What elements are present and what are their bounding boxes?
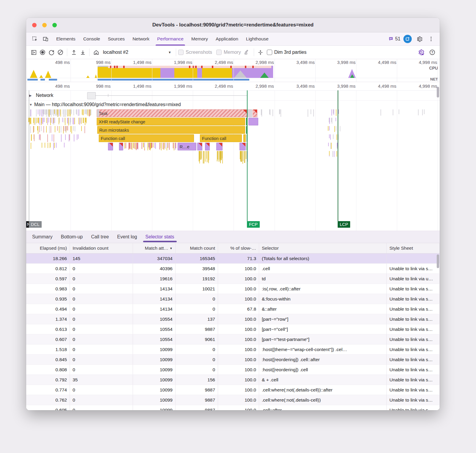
flame-bar[interactable]: [108, 143, 113, 150]
table-row[interactable]: 18.26614534703416534571.3(Totals for all…: [26, 254, 440, 264]
help-icon[interactable]: ?: [428, 48, 437, 57]
ai-assistance-icon[interactable]: [403, 35, 412, 43]
capture-settings-gear-icon[interactable]: [416, 48, 425, 57]
flame-bar[interactable]: [248, 118, 258, 125]
collapse-tracks-icon[interactable]: [256, 48, 265, 57]
flame-bar[interactable]: [197, 143, 203, 150]
download-profile-icon[interactable]: [78, 48, 87, 57]
flame-bar-xhr-readystate-change[interactable]: XHR readyState change: [97, 118, 245, 125]
cell-match-att-: 10099: [133, 385, 176, 395]
table-row[interactable]: 0.7740100999887100.0.cell:where(:not(.de…: [26, 385, 440, 395]
flame-bar-run-microtasks[interactable]: Run microtasks: [97, 126, 245, 134]
record-icon[interactable]: [38, 48, 47, 57]
table-row[interactable]: 0.81204039639548100.0.cellUnable to link…: [26, 264, 440, 274]
table-row[interactable]: 0.8080100990100.0:host([reordering]) .ce…: [26, 365, 440, 375]
net-overview-strip: [26, 78, 440, 82]
tab-elements[interactable]: Elements: [52, 32, 79, 45]
column-header-invalidation-count[interactable]: Invalidation count: [70, 243, 133, 253]
cell-invalidation-count: 145: [70, 254, 133, 263]
clear-recording-icon[interactable]: [56, 48, 65, 57]
cell-style-sheet: Unable to link via s…: [387, 405, 440, 410]
table-scrollbar-thumb[interactable]: [437, 254, 439, 268]
tab-call-tree[interactable]: Call tree: [87, 231, 113, 243]
network-track-label: Network: [32, 93, 53, 98]
tab-lighthouse[interactable]: Lighthouse: [242, 32, 273, 45]
settings-gear-icon[interactable]: [415, 34, 424, 43]
flame-chart[interactable]: 498 ms998 ms1,498 ms1,998 ms2,498 ms2,99…: [26, 82, 440, 231]
column-header-elapsed-ms-[interactable]: Elapsed (ms): [26, 243, 70, 253]
table-row[interactable]: 0.98301413410021100.0:is(.row, .cell)::a…: [26, 284, 440, 294]
console-messages-badge[interactable]: 51: [388, 36, 400, 42]
cell--of-slow-: 100.0: [218, 314, 259, 324]
overview-tick-label: 3,998 ms: [329, 60, 356, 65]
table-row[interactable]: 0.9350141340100.0&:focus-withinUnable to…: [26, 294, 440, 304]
fcp-marker-badge[interactable]: FCP: [247, 221, 260, 228]
cell-elapsed-ms-: 18.266: [26, 254, 70, 263]
flame-bar[interactable]: [216, 143, 223, 150]
disclosure-triangle-icon[interactable]: ▼: [26, 103, 32, 106]
tab-application[interactable]: Application: [212, 32, 242, 45]
table-row[interactable]: 0.6050100999887100.0.cell::afterUnable t…: [26, 405, 440, 410]
tab-network[interactable]: Network: [129, 32, 153, 45]
cell-style-sheet: Unable to link via s…: [387, 284, 440, 294]
cell--of-slow-: 100.0: [218, 345, 259, 354]
cell--of-slow-: 71.3: [218, 254, 259, 263]
toggle-sidebar-icon[interactable]: [29, 48, 38, 57]
flame-bar-function-call[interactable]: Function call: [200, 134, 242, 142]
cell-match-att-: 14134: [133, 304, 176, 314]
dcl-marker-badge[interactable]: DCL: [29, 221, 42, 228]
cell-style-sheet: Unable to link via s…: [387, 365, 440, 375]
tab-memory[interactable]: Memory: [187, 32, 212, 45]
tab-summary[interactable]: Summary: [28, 231, 57, 243]
cell-invalidation-count: 0: [70, 405, 133, 410]
inspect-element-icon[interactable]: [30, 34, 39, 43]
flame-scrollbar-thumb[interactable]: [437, 87, 439, 97]
column-header-selector[interactable]: Selector: [259, 243, 387, 253]
flame-tick-label: 498 ms: [43, 84, 70, 89]
flame-bar[interactable]: [243, 134, 246, 142]
flame-bar-r-e[interactable]: R…e: [178, 143, 196, 150]
tab-selector-stats[interactable]: Selector stats: [141, 231, 178, 243]
timeline-overview[interactable]: CPU NET 498 ms998 ms1,498 ms1,998 ms2,49…: [26, 59, 440, 82]
main-track-header[interactable]: ▼ Main — http://localhost:9090/grid?metr…: [26, 100, 440, 109]
screenshots-checkbox[interactable]: Screenshots: [178, 50, 212, 55]
flame-bar[interactable]: [205, 143, 210, 150]
network-request[interactable]: [87, 92, 95, 99]
flame-bar[interactable]: [253, 109, 257, 117]
cell--of-slow-: 100.0: [218, 284, 259, 294]
column-header-match-att-[interactable]: Match att…▼: [133, 243, 176, 253]
memory-checkbox[interactable]: Memory: [216, 50, 241, 55]
table-row[interactable]: 0.7620100999887100.0.cell:where(:not(.de…: [26, 395, 440, 405]
tab-bottom-up[interactable]: Bottom-up: [57, 231, 87, 243]
table-row[interactable]: 1.374010554137100.0[part~="row"]Unable t…: [26, 314, 440, 324]
tab-event-log[interactable]: Event log: [113, 231, 141, 243]
history-select[interactable]: localhost #2 ▼: [101, 50, 174, 55]
column-header-style-sheet[interactable]: Style Sheet: [387, 243, 440, 253]
more-options-icon[interactable]: [427, 34, 436, 43]
table-row[interactable]: 0.8450100990100.0:host([reordering]) .ce…: [26, 355, 440, 365]
flame-bar[interactable]: [248, 109, 252, 117]
home-icon[interactable]: [92, 48, 101, 57]
flame-bar-function-call[interactable]: Function call: [99, 134, 194, 142]
table-row[interactable]: 0.494014134067.8&::afterUnable to link v…: [26, 304, 440, 314]
reload-and-record-icon[interactable]: [47, 48, 56, 57]
table-row[interactable]: 1.5180100990100.0:host([theme~="wrap-cel…: [26, 345, 440, 355]
table-row[interactable]: 0.6070105549061100.0[part~="test-partnam…: [26, 334, 440, 345]
table-row[interactable]: 0.7923510099156100.0& + .cellUnable to l…: [26, 375, 440, 385]
flame-bar[interactable]: [119, 143, 123, 150]
table-row[interactable]: 0.59701961619192100.0tdUnable to link vi…: [26, 274, 440, 284]
upload-profile-icon[interactable]: [69, 48, 78, 57]
tab-performance[interactable]: Performance: [153, 32, 187, 45]
flame-bar[interactable]: [239, 143, 246, 150]
garbage-collect-icon[interactable]: [243, 48, 252, 57]
dim-3rd-parties-checkbox[interactable]: Dim 3rd parties: [267, 50, 306, 55]
flame-bar-task[interactable]: Task: [97, 109, 247, 117]
cell-match-count: 165345: [176, 254, 218, 263]
column-header-match-count[interactable]: Match count: [176, 243, 218, 253]
table-row[interactable]: 0.6130105549887100.0[part~="cell"]Unable…: [26, 324, 440, 334]
device-toolbar-icon[interactable]: [41, 34, 50, 43]
tab-console[interactable]: Console: [79, 32, 104, 45]
column-header--of-slow-[interactable]: % of slow-…: [218, 243, 259, 253]
tab-sources[interactable]: Sources: [104, 32, 129, 45]
lcp-marker-badge[interactable]: LCP: [338, 221, 350, 228]
